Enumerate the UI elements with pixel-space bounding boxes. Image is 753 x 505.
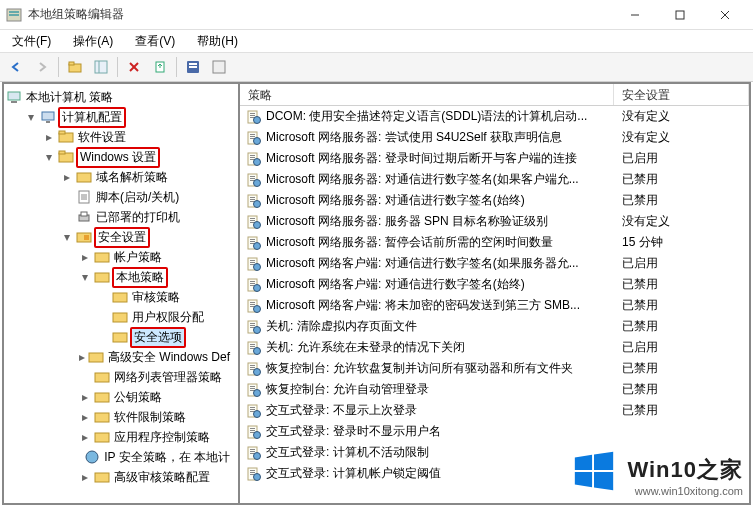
policy-item-icon [246,382,262,398]
svg-rect-85 [250,281,255,282]
tree-appctrl[interactable]: ▸应用程序控制策略 [78,427,236,447]
expand-icon[interactable]: ▾ [24,110,38,124]
tree-account-policies[interactable]: ▸帐户策略 [78,247,236,267]
menu-action[interactable]: 操作(A) [67,31,119,52]
policy-name: Microsoft 网络服务器: 尝试使用 S4U2Self 获取声明信息 [266,129,562,146]
properties-button[interactable] [181,55,205,79]
menu-view[interactable]: 查看(V) [129,31,181,52]
policy-row[interactable]: Microsoft 网络服务器: 对通信进行数字签名(始终)已禁用 [240,190,749,211]
expand-icon[interactable]: ▸ [78,430,92,444]
column-security-setting[interactable]: 安全设置 [614,84,749,105]
svg-point-88 [254,284,261,291]
policy-item-icon [246,403,262,419]
tree-swrestrict[interactable]: ▸软件限制策略 [78,407,236,427]
minimize-button[interactable] [612,1,657,29]
expand-icon[interactable]: ▸ [78,350,86,364]
help-button[interactable] [207,55,231,79]
tree-advaudit[interactable]: ▸高级审核策略配置 [78,467,236,487]
tree-ipsec[interactable]: IP 安全策略，在 本地计 [78,447,236,467]
svg-rect-86 [250,283,255,284]
tree-windows-settings[interactable]: ▾ Windows 设置 [42,147,236,167]
forward-button[interactable] [30,55,54,79]
tree-root[interactable]: 本地计算机 策略 [6,87,236,107]
tree-security-options[interactable]: 安全选项 [96,327,236,347]
svg-point-68 [254,200,261,207]
policy-row[interactable]: DCOM: 使用安全描述符定义语言(SDDL)语法的计算机启动...没有定义 [240,106,749,127]
svg-rect-9 [95,61,107,73]
svg-rect-26 [77,173,91,182]
expand-icon[interactable]: ▸ [78,390,92,404]
expand-icon[interactable]: ▸ [78,250,92,264]
policy-row[interactable]: Microsoft 网络服务器: 尝试使用 S4U2Self 获取声明信息没有定… [240,127,749,148]
tree-label: 审核策略 [130,288,182,307]
tree-scripts[interactable]: 脚本(启动/关机) [60,187,236,207]
menubar: 文件(F) 操作(A) 查看(V) 帮助(H) [0,30,753,52]
tree-audit-policy[interactable]: 审核策略 [96,287,236,307]
list-header: 策略 安全设置 [240,84,749,106]
tree-pubkey[interactable]: ▸公钥策略 [78,387,236,407]
policy-row[interactable]: Microsoft 网络服务器: 服务器 SPN 目标名称验证级别没有定义 [240,211,749,232]
maximize-button[interactable] [657,1,702,29]
collapse-icon[interactable]: ▾ [42,150,56,164]
toolbar-separator [176,57,177,77]
svg-rect-31 [84,235,89,240]
svg-rect-19 [11,101,17,103]
policy-row[interactable]: 关机: 清除虚拟内存页面文件已禁用 [240,316,749,337]
printer-icon [76,209,92,225]
policy-row[interactable]: 交互式登录: 计算机帐户锁定阈值 [240,463,749,484]
tree-software-settings[interactable]: ▸ 软件设置 [42,127,236,147]
ipsec-icon [84,449,100,465]
delete-button[interactable] [122,55,146,79]
policy-row[interactable]: 恢复控制台: 允许自动管理登录已禁用 [240,379,749,400]
expand-icon[interactable]: ▸ [78,470,92,484]
collapse-icon[interactable]: ▾ [78,270,92,284]
up-button[interactable] [63,55,87,79]
expand-icon[interactable]: ▸ [78,410,92,424]
policy-row[interactable]: Microsoft 网络服务器: 暂停会话前所需的空闲时间数量15 分钟 [240,232,749,253]
svg-point-48 [254,116,261,123]
menu-file[interactable]: 文件(F) [6,31,57,52]
policy-value: 已禁用 [614,171,749,188]
policy-row[interactable]: 关机: 允许系统在未登录的情况下关闭已启用 [240,337,749,358]
policy-name: 交互式登录: 计算机不活动限制 [266,444,429,461]
tree-local-policies[interactable]: ▾本地策略 [78,267,236,287]
column-policy[interactable]: 策略 [240,84,614,105]
policy-value: 已启用 [614,150,749,167]
tree-wfas[interactable]: ▸高级安全 Windows Def [78,347,236,367]
policy-row[interactable]: Microsoft 网络客户端: 对通信进行数字签名(始终)已禁用 [240,274,749,295]
policy-row[interactable]: Microsoft 网络服务器: 对通信进行数字签名(如果客户端允...已禁用 [240,169,749,190]
policy-row[interactable]: 交互式登录: 不显示上次登录已禁用 [240,400,749,421]
policy-row[interactable]: 恢复控制台: 允许软盘复制并访问所有驱动器和所有文件夹已禁用 [240,358,749,379]
expand-icon[interactable]: ▸ [60,170,74,184]
svg-rect-56 [250,157,255,158]
toolbar-separator [117,57,118,77]
tree-security-settings[interactable]: ▾安全设置 [60,227,236,247]
tree-user-rights[interactable]: 用户权限分配 [96,307,236,327]
policy-row[interactable]: Microsoft 网络客户端: 对通信进行数字签名(如果服务器允...已启用 [240,253,749,274]
policy-value: 已禁用 [614,360,749,377]
policy-row[interactable]: Microsoft 网络客户端: 将未加密的密码发送到第三方 SMB...已禁用 [240,295,749,316]
policy-row[interactable]: 交互式登录: 计算机不活动限制 [240,442,749,463]
show-hide-tree-button[interactable] [89,55,113,79]
tree-label: 软件设置 [76,128,128,147]
export-button[interactable] [148,55,172,79]
collapse-icon[interactable]: ▾ [60,230,74,244]
policy-row[interactable]: 交互式登录: 登录时不显示用户名 [240,421,749,442]
tree-netlist[interactable]: 网络列表管理器策略 [78,367,236,387]
toolbar-separator [58,57,59,77]
app-icon [6,7,22,23]
expand-icon[interactable]: ▸ [42,130,56,144]
back-button[interactable] [4,55,28,79]
tree-computer-config[interactable]: ▾ 计算机配置 [24,107,236,127]
tree-dns-policy[interactable]: ▸域名解析策略 [60,167,236,187]
list-pane[interactable]: 策略 安全设置 DCOM: 使用安全描述符定义语言(SDDL)语法的计算机启动.… [240,84,749,503]
policy-value: 没有定义 [614,108,749,125]
tree-pane[interactable]: 本地计算机 策略 ▾ 计算机配置 ▸ 软件设置 ▾ [4,84,240,503]
svg-rect-32 [95,253,109,262]
close-button[interactable] [702,1,747,29]
folder-icon [94,369,110,385]
policy-name: Microsoft 网络客户端: 对通信进行数字签名(如果服务器允... [266,255,579,272]
policy-row[interactable]: Microsoft 网络服务器: 登录时间过期后断开与客户端的连接已启用 [240,148,749,169]
menu-help[interactable]: 帮助(H) [191,31,244,52]
tree-printers[interactable]: 已部署的打印机 [60,207,236,227]
